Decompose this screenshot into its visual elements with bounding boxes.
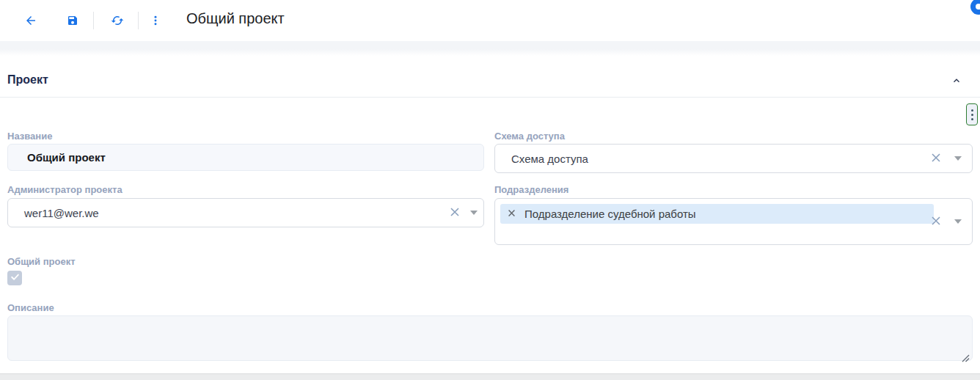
clear-x-icon (450, 207, 460, 219)
resize-handle-icon[interactable] (961, 352, 970, 365)
page-title: Общий проект (186, 10, 285, 27)
admin-field-label: Администратор проекта (7, 184, 122, 195)
toolbar-more-button[interactable] (143, 8, 168, 33)
back-button[interactable] (18, 8, 43, 33)
access-scheme-clear-button[interactable] (929, 152, 943, 165)
access-scheme-value: Схема доступа (511, 153, 588, 165)
dropdown-caret-icon[interactable] (954, 219, 962, 224)
description-textarea[interactable] (7, 315, 973, 361)
toolbar-divider (138, 12, 139, 29)
section-collapse-button[interactable] (946, 71, 967, 92)
clear-x-icon (931, 216, 941, 228)
access-scheme-select[interactable]: Схема доступа (494, 144, 973, 173)
name-input[interactable]: Общий проект (7, 144, 484, 171)
departments-clear-button[interactable] (929, 215, 943, 228)
section-header: Проект (0, 66, 980, 98)
department-chip: Подразделение судебной работы (500, 204, 934, 224)
admin-value: wer11@wer.we (24, 207, 99, 219)
clear-x-icon (508, 208, 516, 219)
arrow-left-icon (24, 14, 37, 27)
access-scheme-label: Схема доступа (494, 131, 565, 142)
chip-remove-button[interactable] (500, 208, 516, 219)
admin-clear-button[interactable] (448, 206, 461, 219)
project-page: Общий проект Проект Название Общий проек… (0, 0, 980, 380)
dropdown-caret-icon[interactable] (470, 211, 478, 215)
chevron-up-icon (951, 75, 962, 89)
badge-dot-icon (976, 4, 980, 10)
more-vert-icon (971, 109, 973, 112)
save-button[interactable] (60, 8, 85, 33)
shared-project-label: Общий проект (7, 256, 76, 267)
more-vert-icon (150, 15, 161, 26)
section-title: Проект (7, 73, 48, 87)
dropdown-caret-icon[interactable] (954, 156, 962, 161)
toolbar: Общий проект (0, 0, 980, 41)
clear-x-icon (931, 153, 941, 165)
name-field-label: Название (7, 131, 52, 142)
shared-project-checkbox[interactable] (7, 271, 22, 285)
bottom-scrollbar-track[interactable] (0, 373, 980, 380)
more-vert-icon (971, 118, 973, 120)
admin-select[interactable]: wer11@wer.we (7, 198, 484, 227)
checkmark-icon (10, 271, 20, 285)
page-background-band (0, 41, 980, 56)
refresh-icon (111, 14, 124, 27)
save-icon (67, 15, 78, 26)
notification-badge[interactable] (970, 0, 980, 15)
description-label: Описание (7, 302, 54, 313)
refresh-button[interactable] (105, 8, 130, 33)
more-vert-icon (971, 114, 973, 116)
departments-label: Подразделения (494, 184, 568, 195)
section-menu-button[interactable] (966, 103, 978, 125)
toolbar-divider (93, 12, 94, 29)
departments-multiselect[interactable]: Подразделение судебной работы (494, 198, 973, 245)
chip-label: Подразделение судебной работы (524, 208, 696, 220)
